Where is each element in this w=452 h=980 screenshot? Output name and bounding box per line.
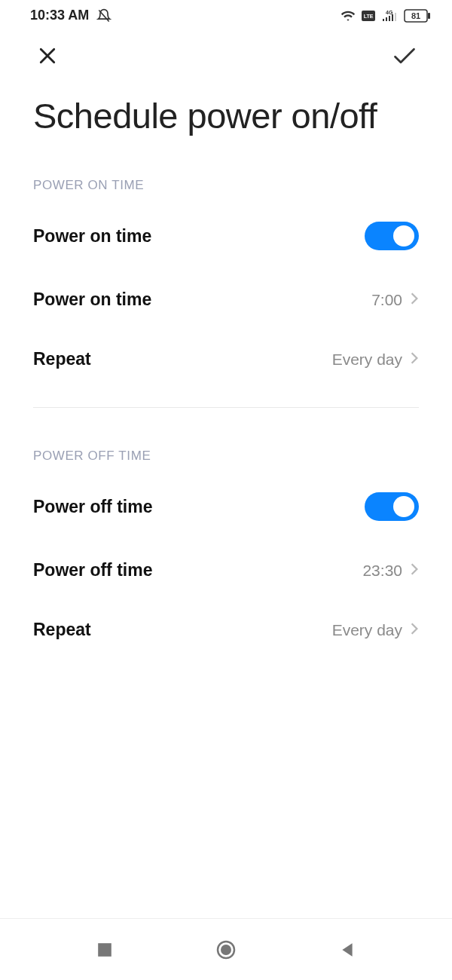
back-button[interactable] bbox=[339, 942, 356, 958]
svg-text:4G: 4G bbox=[386, 10, 393, 15]
volte-icon: LTE bbox=[362, 11, 375, 21]
status-time: 10:33 AM bbox=[30, 8, 89, 23]
page-title: Schedule power on/off bbox=[0, 79, 452, 167]
svg-text:LTE: LTE bbox=[364, 14, 374, 19]
wifi-icon bbox=[341, 8, 356, 23]
status-left: 10:33 AM bbox=[30, 8, 111, 23]
toggle-knob bbox=[393, 225, 414, 247]
power-on-repeat-label: Repeat bbox=[33, 349, 91, 369]
row-power-off-repeat[interactable]: Repeat Every day bbox=[0, 600, 452, 660]
power-off-repeat-value: Every day bbox=[332, 621, 402, 639]
system-nav-bar bbox=[0, 918, 452, 980]
power-off-time-value: 23:30 bbox=[362, 562, 402, 580]
status-right: LTE 4G 81 bbox=[341, 8, 431, 23]
chevron-right-icon bbox=[410, 621, 419, 639]
svg-rect-10 bbox=[428, 13, 430, 19]
chevron-right-icon bbox=[410, 291, 419, 309]
row-power-on-toggle[interactable]: Power on time bbox=[0, 202, 452, 270]
recents-button[interactable] bbox=[96, 942, 113, 958]
svg-rect-13 bbox=[98, 943, 111, 957]
status-bar: 10:33 AM LTE 4G bbox=[0, 0, 452, 28]
row-power-on-repeat[interactable]: Repeat Every day bbox=[0, 329, 452, 389]
row-power-off-toggle[interactable]: Power off time bbox=[0, 473, 452, 541]
power-on-repeat-value: Every day bbox=[332, 351, 402, 369]
dnd-icon bbox=[96, 8, 111, 23]
svg-rect-7 bbox=[392, 14, 393, 21]
chevron-right-icon bbox=[410, 351, 419, 369]
row-power-off-time[interactable]: Power off time 23:30 bbox=[0, 541, 452, 600]
section-divider bbox=[33, 407, 419, 408]
svg-rect-6 bbox=[389, 16, 390, 21]
power-off-repeat-label: Repeat bbox=[33, 620, 91, 640]
power-on-time-value: 7:00 bbox=[371, 291, 402, 309]
svg-point-15 bbox=[221, 945, 231, 955]
power-off-toggle[interactable] bbox=[365, 492, 419, 521]
home-button[interactable] bbox=[215, 939, 237, 961]
section-header-on: POWER ON TIME bbox=[0, 167, 452, 202]
toggle-knob bbox=[393, 496, 414, 517]
battery-text: 81 bbox=[411, 11, 420, 20]
toolbar bbox=[0, 28, 452, 79]
power-off-time-label: Power off time bbox=[33, 560, 152, 580]
svg-marker-16 bbox=[343, 943, 353, 957]
battery-icon: 81 bbox=[404, 9, 431, 23]
signal-icon: 4G bbox=[381, 10, 398, 22]
close-button[interactable] bbox=[36, 44, 59, 70]
section-header-off: POWER OFF TIME bbox=[0, 438, 452, 473]
row-power-on-time[interactable]: Power on time 7:00 bbox=[0, 270, 452, 329]
power-on-toggle[interactable] bbox=[365, 222, 419, 250]
confirm-button[interactable] bbox=[390, 44, 419, 70]
svg-rect-4 bbox=[383, 19, 384, 21]
svg-rect-5 bbox=[386, 17, 387, 21]
svg-rect-8 bbox=[395, 13, 396, 21]
power-off-toggle-label: Power off time bbox=[33, 497, 152, 517]
power-on-toggle-label: Power on time bbox=[33, 226, 151, 247]
chevron-right-icon bbox=[410, 562, 419, 580]
power-on-time-label: Power on time bbox=[33, 289, 151, 310]
